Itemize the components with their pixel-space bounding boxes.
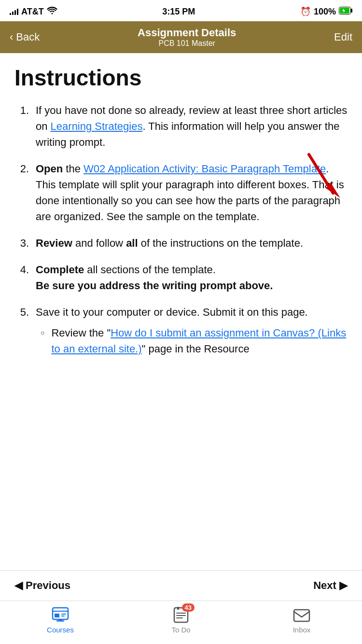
chevron-left-icon: ‹ [10, 31, 13, 43]
sub-list-item: ○ Review the "How do I submit an assignm… [41, 325, 348, 357]
list-item: 4. Complete all sections of the template… [14, 262, 348, 294]
list-item-text: If you have not done so already, review … [36, 102, 348, 150]
todo-badge: 43 [182, 603, 195, 612]
status-bar: AT&T 3:15 PM ⏰ 100% [0, 0, 362, 21]
learning-strategies-link[interactable]: Learning Strategies [51, 120, 143, 132]
svg-rect-1 [351, 9, 352, 13]
carrier-label: AT&T [21, 7, 44, 17]
canvas-submit-link[interactable]: How do I submit an assignment in Canvas?… [51, 327, 346, 355]
nav-subtitle: PCB 101 Master [138, 39, 236, 48]
sub-list: ○ Review the "How do I submit an assignm… [36, 325, 348, 357]
inbox-icon [292, 606, 311, 624]
list-item-text: Complete all sections of the template. B… [36, 262, 348, 294]
svg-rect-16 [176, 615, 186, 616]
battery-label: 100% [314, 7, 336, 17]
status-battery: ⏰ 100% [300, 6, 352, 17]
todo-tab-label: To Do [171, 626, 190, 634]
svg-rect-10 [56, 620, 64, 622]
list-item: 2. Open the W02 Application Activity: Ba… [14, 161, 348, 224]
svg-rect-18 [294, 610, 309, 621]
svg-rect-9 [61, 616, 65, 616]
pagination-bar: ◀ Previous Next ▶ [0, 570, 362, 601]
wifi-icon [47, 7, 57, 17]
instructions-list: 1. If you have not done so already, revi… [14, 102, 348, 357]
status-time: 3:15 PM [162, 7, 195, 17]
svg-rect-17 [176, 617, 183, 618]
status-carrier-signal: AT&T [10, 7, 57, 17]
tab-bar: Courses 43 To Do Inbox [0, 601, 362, 644]
back-label: Back [16, 31, 40, 43]
svg-rect-5 [53, 608, 68, 619]
signal-icon [10, 8, 18, 15]
list-item: 5. Save it to your computer or device. S… [14, 304, 348, 357]
todo-icon: 43 [171, 606, 191, 624]
content-area: Instructions 1. If you have not done so … [0, 53, 362, 570]
sub-list-text: Review the "How do I submit an assignmen… [51, 325, 348, 357]
list-item-text: Review and follow all of the instruction… [36, 235, 348, 251]
courses-icon [51, 606, 70, 624]
svg-rect-15 [176, 613, 186, 614]
list-number: 5. [14, 304, 29, 357]
list-item: 1. If you have not done so already, revi… [14, 102, 348, 150]
list-number: 4. [14, 262, 29, 294]
inbox-tab-label: Inbox [293, 626, 311, 634]
list-item-text: Save it to your computer or device. Subm… [36, 304, 348, 357]
svg-rect-11 [58, 619, 62, 620]
alarm-icon: ⏰ [300, 6, 311, 17]
battery-icon [339, 7, 352, 17]
svg-rect-13 [177, 607, 179, 610]
nav-title: Assignment Details [138, 27, 236, 39]
edit-button[interactable]: Edit [334, 31, 352, 43]
back-button[interactable]: ‹ Back [10, 31, 40, 43]
nav-bar: ‹ Back Assignment Details PCB 101 Master… [0, 21, 362, 53]
svg-rect-8 [61, 614, 66, 615]
svg-rect-7 [55, 614, 59, 617]
w02-template-link[interactable]: W02 Application Activity: Basic Paragrap… [84, 163, 326, 175]
tab-inbox[interactable]: Inbox [241, 606, 362, 634]
list-number: 1. [14, 102, 29, 150]
list-item: 3. Review and follow all of the instruct… [14, 235, 348, 251]
sub-bullet: ○ [41, 328, 44, 357]
tab-courses[interactable]: Courses [0, 606, 121, 634]
list-number: 2. [14, 161, 29, 224]
nav-title-block: Assignment Details PCB 101 Master [138, 27, 236, 48]
page-heading: Instructions [14, 65, 348, 91]
tab-todo[interactable]: 43 To Do [121, 606, 241, 634]
list-number: 3. [14, 235, 29, 251]
previous-button[interactable]: ◀ Previous [14, 579, 70, 592]
next-button[interactable]: Next ▶ [313, 579, 348, 592]
courses-tab-label: Courses [47, 626, 74, 634]
svg-rect-6 [53, 611, 68, 612]
list-item-text: Open the W02 Application Activity: Basic… [36, 161, 348, 224]
